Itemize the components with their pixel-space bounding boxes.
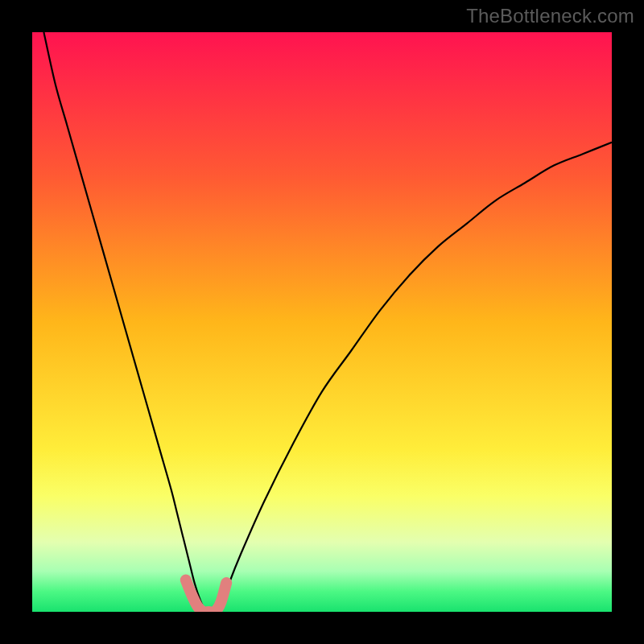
outer-frame: TheBottleneck.com bbox=[0, 0, 644, 644]
chart-canvas bbox=[32, 32, 612, 612]
chart-svg bbox=[32, 32, 612, 612]
gradient-background bbox=[32, 32, 612, 612]
watermark-text: TheBottleneck.com bbox=[466, 5, 634, 27]
